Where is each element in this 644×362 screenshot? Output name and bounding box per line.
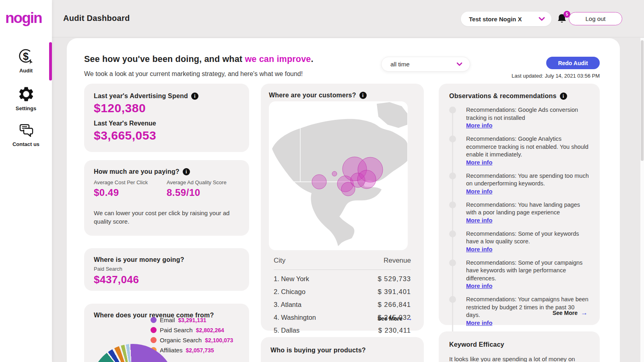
cpc-label: Average Cost Per Click [94, 179, 167, 185]
organic-search-swatch [151, 337, 157, 343]
revenue-title: Last Year's Revenue [94, 120, 239, 127]
more-info-link[interactable]: More info [466, 283, 492, 289]
scrollbar-thumb[interactable] [641, 40, 644, 161]
table-header: City Revenue [274, 257, 411, 270]
recommendation-item: Recommendations: You have landing pages … [449, 201, 589, 224]
sidebar-item-contact[interactable]: Contact us [0, 123, 52, 147]
city-cell: 4. Washington [274, 314, 316, 321]
more-info-link[interactable]: More info [466, 320, 492, 326]
time-filter-dropdown[interactable]: all time [381, 57, 470, 72]
sidebar-item-audit[interactable]: $ Audit [0, 48, 52, 74]
scrollbar[interactable] [640, 38, 644, 362]
city-cell: 1. New York [274, 275, 309, 283]
timeline-dot [449, 296, 456, 303]
sidebar-item-audit-label: Audit [0, 68, 52, 74]
time-filter-value: all time [390, 61, 410, 68]
info-icon[interactable]: i [191, 93, 198, 100]
recommendation-text: Recommendations: Some of your campaigns … [466, 259, 589, 283]
buying-card: Who is buying your products? [261, 337, 424, 362]
see-more-label: See More [378, 315, 402, 322]
revenue-legend: Email $3,291,131 Paid Search $2,802,264 … [151, 317, 233, 357]
hero-title-highlight: we can improve [245, 54, 311, 64]
email-swatch [151, 317, 157, 323]
legend-item: Email $3,291,131 [151, 317, 233, 323]
legend-label: Affiliates [160, 347, 182, 354]
advertising-spend-value: $120,380 [94, 101, 239, 115]
recommendation-text: Recommendations: Google Ads conversion t… [466, 106, 589, 122]
revenue-value: $3,665,053 [94, 129, 239, 142]
chevron-down-icon [539, 17, 545, 21]
recommendation-text: Recommendations: Google Analytics ecomme… [466, 135, 589, 159]
arrow-right-icon: → [581, 309, 588, 317]
nogin-logo: nogin [5, 10, 42, 27]
timeline-dot [449, 173, 456, 179]
more-info-link[interactable]: More info [466, 122, 492, 129]
main-content: See how you've been doing, and what we c… [67, 38, 620, 362]
recommendation-text: Recommendations: You have landing pages … [466, 201, 589, 217]
money-card-title: Where is your money going? [94, 256, 184, 263]
customers-card-title: Where are your customers? i [269, 92, 367, 99]
customers-card: Where are your customers? i [261, 84, 424, 331]
city-cell: 2. Chicago [274, 288, 305, 296]
cpc-metric: Average Cost Per Click $0.49 [94, 179, 167, 198]
paying-card-title-text: How much are you paying? [94, 168, 180, 175]
customers-see-more-link[interactable]: See More → [378, 315, 413, 323]
money-going-card: Where is your money going? Paid Search $… [84, 248, 249, 291]
store-selector[interactable]: Test store Nogin X [461, 12, 551, 26]
spend-card-title: Last year's Advertising Spend i [94, 93, 198, 100]
city-cell: 3. Atlanta [274, 301, 301, 309]
recommendations-list: Recommendations: Google Ads conversion t… [449, 106, 589, 356]
chat-bubbles-icon [0, 123, 52, 139]
legend-item: Affiliates $2,057,735 [151, 347, 233, 354]
see-more-label: See More [553, 310, 578, 316]
audit-dollar-icon: $ [0, 48, 52, 65]
observations-see-more-link[interactable]: See More → [553, 309, 588, 317]
svg-text:$: $ [23, 51, 29, 62]
ad-quality-value: 8.59/10 [167, 187, 239, 198]
sidebar-item-settings[interactable]: Settings [0, 85, 52, 111]
more-info-link[interactable]: More info [466, 159, 492, 166]
paid-search-label: Paid Search [94, 266, 239, 272]
store-selector-label: Test store Nogin X [469, 16, 522, 23]
paying-note: We can lower your cost per click by rais… [94, 209, 243, 226]
timeline-dot [449, 259, 456, 266]
info-icon[interactable]: i [560, 93, 567, 100]
paying-metrics: Average Cost Per Click $0.49 Average Ad … [94, 179, 239, 198]
ad-quality-metric: Average Ad Quality Score 8.59/10 [167, 179, 239, 198]
revenue-cell: $ 230,411 [378, 327, 411, 334]
info-icon[interactable]: i [359, 92, 367, 99]
north-america-map [269, 101, 408, 250]
revenue-column-header: Revenue [384, 257, 411, 265]
observations-card: Observations & recommendations i Recomme… [439, 84, 600, 325]
recommendation-item: Recommendations: Some of your campaigns … [449, 259, 589, 290]
timeline-dot [449, 107, 456, 113]
sidebar: nogin $ Audit Settings [0, 0, 52, 362]
table-row: 1. New York $ 529,733 [274, 275, 411, 283]
paid-search-value: $437,046 [94, 274, 239, 286]
customers-title-text: Where are your customers? [269, 92, 356, 99]
legend-label: Organic Search [160, 337, 202, 343]
recommendation-item: Recommendations: You are spending too mu… [449, 172, 589, 195]
gear-icon [0, 85, 52, 103]
logout-button[interactable]: Log out [569, 12, 622, 25]
more-info-link[interactable]: More info [466, 217, 492, 224]
hero-title-suffix: . [311, 54, 314, 64]
legend-item: Paid Search $2,802,264 [151, 327, 233, 333]
timeline-dot [449, 136, 456, 142]
keyword-efficacy-title: Keyword Efficacy [449, 341, 504, 348]
more-info-link[interactable]: More info [466, 246, 492, 253]
table-row: 5. Dallas $ 230,411 [274, 327, 411, 334]
legend-value: $2,100,073 [205, 337, 233, 343]
recommendation-item: Recommendations: Google Analytics ecomme… [449, 135, 589, 166]
spend-card-title-text: Last year's Advertising Spend [94, 93, 188, 100]
recommendation-item: Recommendations: Some of your keywords h… [449, 230, 589, 253]
legend-label: Paid Search [160, 327, 193, 333]
redo-audit-button[interactable]: Redo Audit [546, 57, 600, 69]
info-icon[interactable]: i [183, 168, 190, 175]
timeline-dot [449, 202, 456, 208]
more-info-link[interactable]: More info [466, 188, 492, 195]
notifications-button[interactable]: 5 [557, 13, 569, 25]
hero-subtitle: We took a look at your current marketing… [84, 70, 303, 78]
ad-quality-label: Average Ad Quality Score [167, 179, 239, 185]
paying-card-title: How much are you paying? i [94, 168, 190, 175]
